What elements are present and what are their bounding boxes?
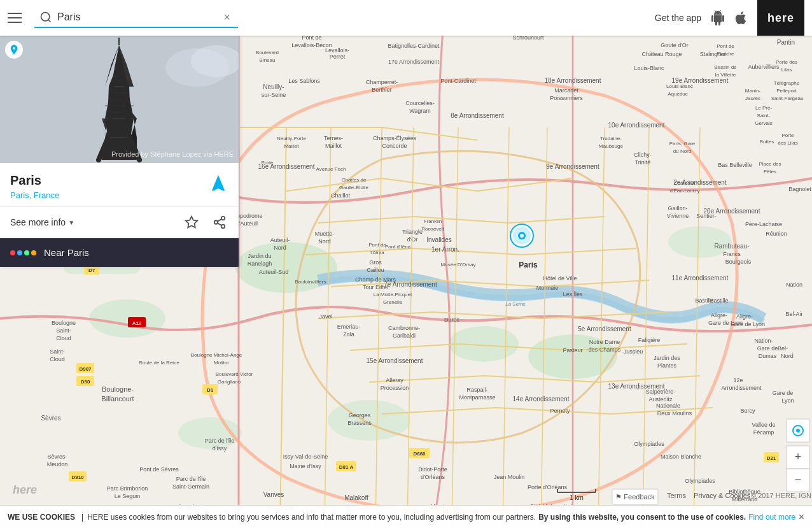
find-out-more-link[interactable]: Find out more [748,513,795,522]
svg-text:Faligière: Faligière [638,337,661,343]
svg-text:Saint-: Saint- [56,327,71,334]
svg-text:Jaurès: Jaurès [745,96,760,101]
svg-text:Privacy & Cookies: Privacy & Cookies [694,492,751,499]
cookie-message: HERE uses cookies from our websites to b… [87,513,536,522]
svg-text:Perret: Perret [330,54,346,60]
svg-text:D1: D1 [207,387,214,393]
svg-text:Gros: Gros [369,259,382,266]
svg-text:la Villette: la Villette [715,72,736,78]
hamburger-menu-button[interactable] [8,8,28,28]
android-icon[interactable] [709,9,727,27]
svg-text:Arrondissement: Arrondissement [721,385,762,391]
svg-text:Jussieu: Jussieu [624,348,643,355]
svg-text:Raspail-: Raspail- [466,387,487,393]
svg-text:Bourgeois: Bourgeois [725,259,752,265]
svg-text:Bouloinvilliers: Bouloinvilliers [295,279,326,285]
svg-point-4 [668,226,732,258]
svg-text:Courcelles-: Courcelles- [405,100,435,106]
svg-text:Grenelle: Grenelle [383,299,403,305]
svg-text:d'Orléans: d'Orléans [421,474,445,480]
svg-text:Javel: Javel [319,313,332,320]
svg-text:Champerret-: Champerret- [366,79,398,85]
svg-text:Sèvres-: Sèvres- [47,453,67,460]
svg-text:Georges: Georges [349,412,371,418]
svg-text:Boulogne Michel-Ange: Boulogne Michel-Ange [191,352,242,358]
save-button[interactable] [183,213,200,231]
svg-text:Batignolles-Cardinet: Batignolles-Cardinet [388,43,440,49]
svg-text:Châteaux: Châteaux [674,180,696,186]
svg-text:Saint-: Saint- [50,348,65,355]
svg-text:Invalides: Invalides [426,236,451,243]
navigate-button[interactable] [208,173,228,196]
svg-text:Route de la Reine: Route de la Reine [139,360,180,366]
svg-text:11e Arrondissement: 11e Arrondissement [672,275,729,282]
svg-text:Neuilly-Porte: Neuilly-Porte [277,136,306,141]
action-row: See more info ▼ [0,207,239,238]
svg-text:Parc de l'île: Parc de l'île [176,476,206,482]
svg-text:Bastille: Bastille [695,297,713,304]
svg-text:Les Îles: Les Îles [563,291,583,297]
svg-text:Levallois-Bécon: Levallois-Bécon [291,42,332,48]
svg-text:La Motte-Picquet: La Motte-Picquet [374,292,412,297]
cookie-consent: By using this website, you consent to th… [538,513,746,522]
get-app-label: Get the app [655,13,701,23]
svg-text:Manin-: Manin- [745,88,761,94]
svg-text:Télégraphe: Télégraphe [774,80,800,86]
cookie-close-button[interactable]: × [799,511,804,523]
svg-text:Maubeuge: Maubeuge [599,143,623,149]
svg-text:Bel-: Bel- [778,345,788,352]
near-paris-section[interactable]: Near Paris [0,238,239,267]
svg-text:Duroc: Duroc [444,317,460,323]
svg-text:Maillot: Maillot [325,143,342,149]
svg-text:Aligre-: Aligre- [736,313,753,320]
svg-text:1er Arron.: 1er Arron. [431,246,459,253]
action-icons [183,213,228,231]
see-more-label: See more info [10,217,66,227]
chevron-down-icon: ▼ [68,219,74,226]
svg-text:15e Arrondissement: 15e Arrondissement [367,357,423,364]
svg-text:Buttes: Buttes [760,139,774,145]
svg-text:Pont de Sèvres: Pont de Sèvres [139,466,179,473]
svg-text:14e Arrondissement: 14e Arrondissement [513,396,570,403]
svg-text:Alleray: Alleray [386,377,403,383]
svg-text:Bassin de: Bassin de [714,64,737,70]
clear-search-button[interactable]: × [221,11,233,24]
header: × Get the app here [0,0,812,36]
svg-text:Maillot: Maillot [284,143,299,149]
svg-text:Bagnolet: Bagnolet [788,186,811,192]
svg-text:Plantes: Plantes [657,362,677,369]
svg-text:La Seine: La Seine [505,301,526,307]
svg-text:Malakoff: Malakoff [344,494,368,501]
svg-text:Saint-: Saint- [757,113,771,118]
share-button[interactable] [211,213,228,231]
svg-text:Notre Dame: Notre Dame [589,339,620,345]
svg-text:Boulevard: Boulevard [256,50,279,55]
svg-text:Franklin: Franklin [424,218,442,224]
cookie-we-text: WE USE COOKIES [8,513,75,522]
svg-text:Monnaie: Monnaie [536,285,559,291]
svg-text:Sentier-: Sentier- [696,213,717,219]
svg-point-2 [89,299,165,338]
svg-text:+: + [795,450,802,463]
svg-text:Maison Blanche: Maison Blanche [661,453,701,460]
svg-point-287 [221,225,225,229]
search-box: × [34,8,238,28]
svg-text:Boulogne: Boulogne [52,320,76,326]
svg-text:© 2017 HERE, IGN: © 2017 HERE, IGN [751,492,811,499]
svg-text:Jardin du: Jardin du [248,253,271,259]
svg-text:Porte: Porte [261,160,274,166]
svg-text:des Lilas: des Lilas [778,140,798,146]
svg-text:Salpétrière-: Salpétrière- [646,389,676,395]
svg-text:Champs-Élysées: Champs-Élysées [373,135,417,141]
svg-text:des Champs: des Champs [589,346,621,353]
cookie-bar: WE USE COOKIES | HERE uses cookies from … [0,505,812,528]
svg-text:Bel-Air: Bel-Air [785,311,802,317]
search-input[interactable] [57,11,185,23]
apple-icon[interactable] [732,9,750,27]
svg-text:Flandre: Flandre [717,51,734,57]
see-more-info-button[interactable]: See more info ▼ [10,217,74,227]
svg-text:10e Arrondissement: 10e Arrondissement [608,122,665,129]
place-subtitle: Paris, France [10,190,59,200]
svg-text:Neuilly-: Neuilly- [263,83,284,90]
svg-text:Molitor: Molitor [214,360,229,366]
